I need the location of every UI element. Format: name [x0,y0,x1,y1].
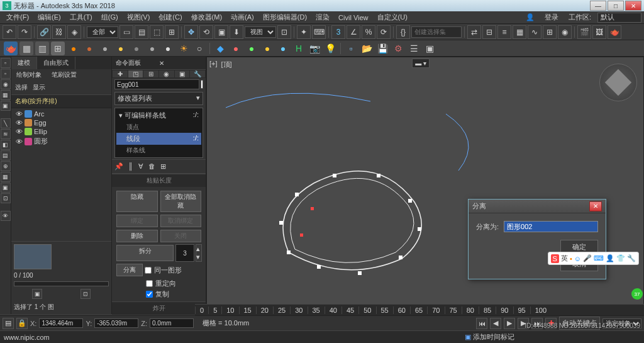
minimize-button[interactable]: — [590,1,606,11]
save-icon[interactable]: 💾 [375,42,389,55]
grid-icon[interactable]: ⊞ [51,42,65,55]
schematic-button[interactable]: ⊞ [543,25,557,39]
hdri-icon[interactable]: H [292,42,306,55]
lsb-14[interactable]: 👁 [1,211,11,221]
swatch[interactable] [14,244,52,269]
cmdtab-utility[interactable]: 🔧 [190,70,205,77]
snap-button[interactable]: 3 [331,25,345,39]
name-column-header[interactable]: 名称(按升序排) [11,94,111,108]
cmdtab-motion[interactable]: ◉ [159,70,174,77]
select-button[interactable]: ▭ [119,25,133,39]
panel-icon[interactable]: ▦ [19,42,33,55]
object-name-input[interactable] [114,79,199,89]
showend-icon[interactable]: ║ [128,162,133,171]
orb7-icon[interactable]: ● [161,42,175,55]
lsb-7[interactable]: ≋ [1,129,11,139]
mod-sub-spline[interactable]: 样条线 [116,145,201,156]
tri-icon[interactable]: ● [245,42,258,55]
spinner[interactable]: ▴▾ [196,244,202,262]
viewport[interactable]: [+][顶] ▬ ▾ 分离✕ 分离为: 确定 取消 [206,57,644,314]
menu-render[interactable]: 渲染 [312,11,333,23]
star-icon[interactable]: ● [260,42,274,55]
orb6-icon[interactable]: ● [145,42,159,55]
percent-snap-button[interactable]: % [362,25,375,39]
render-setup-button[interactable]: 🎬 [577,25,591,39]
close-button[interactable]: ✕ [625,1,641,11]
cam-icon[interactable]: 📷 [308,42,321,55]
mod-sub-segment[interactable]: 线段:/: [116,133,201,145]
lsb-6[interactable]: ╲ [1,118,11,128]
menu-create[interactable]: 创建(C) [155,11,186,23]
lsb-1[interactable]: ▫ [1,58,11,68]
addtime-label[interactable]: 添加时间标记 [473,332,514,342]
color-swatch[interactable] [201,80,203,89]
login-link[interactable]: 登录 [541,11,562,23]
unlink-button[interactable]: ⛓ [52,25,66,39]
reorient-check[interactable] [146,280,153,287]
lb1[interactable]: ▣ [32,289,42,299]
cmdtab-modify[interactable]: ◳ [128,70,143,77]
menu-view[interactable]: 视图(V) [123,11,154,23]
lsb-2[interactable]: ▫ [1,69,11,79]
angle-snap-button[interactable]: ∠ [347,25,360,39]
refcoord-select[interactable]: 视图 [245,26,276,38]
maxscript-button[interactable]: ▤ [3,318,14,329]
orb3-icon[interactable]: ● [98,42,112,55]
panel2-icon[interactable]: ▥ [35,42,49,55]
lsb-3[interactable]: ◉ [1,79,11,89]
detach-button[interactable]: 分离 [116,264,143,276]
light-icon[interactable]: 💡 [323,42,337,55]
open-icon[interactable]: 📂 [360,42,374,55]
split-value[interactable] [175,244,194,262]
play-start[interactable]: ⏮ [476,318,487,329]
lsb-9[interactable]: ▤ [1,150,11,160]
square-icon[interactable]: ◆ [213,42,227,55]
menu-tools[interactable]: 工具(T) [66,11,96,23]
place-button[interactable]: ⬇ [230,25,243,39]
mod-editable-spline[interactable]: ▾ 可编辑样条线:/: [116,110,201,121]
coord-z[interactable] [150,318,194,328]
notification-badge[interactable]: 37 [631,288,643,300]
workspace-select[interactable] [597,13,641,23]
orb8-icon[interactable]: ○ [192,42,206,55]
ribbon-button[interactable]: ▦ [513,25,526,39]
editset-button[interactable]: {} [396,25,410,39]
orb5-icon[interactable]: ● [130,42,143,55]
roll-paste-length[interactable]: 粘贴长度 [112,174,206,187]
lb2[interactable]: ⊡ [80,289,91,299]
lsb-5[interactable]: ▣ [1,101,11,111]
bind-button[interactable]: ◈ [67,25,81,39]
lsb-12[interactable]: ▣ [1,183,11,193]
link-button[interactable]: 🔗 [37,25,51,39]
scale-button[interactable]: ▣ [214,25,228,39]
maximize-button[interactable]: □ [608,1,624,11]
move-button[interactable]: ✥ [184,25,198,39]
sun-icon[interactable]: ☀ [177,42,191,55]
align-button[interactable]: ⊟ [482,25,496,39]
menu-customize[interactable]: 自定义(U) [374,11,411,23]
tree-item[interactable]: 👁Arc [14,110,109,118]
prev-icon[interactable]: ▣ [423,42,436,55]
filter-select[interactable]: 全部 [87,26,118,38]
list-icon[interactable]: ☰ [407,42,421,55]
render-button[interactable]: 🫖 [608,25,621,39]
keyboard-button[interactable]: ⌨ [312,25,326,39]
lsb-4[interactable]: ▦ [1,90,11,100]
menu-modifier[interactable]: 修改器(M) [187,11,226,23]
window-button[interactable]: ⊞ [165,25,179,39]
tree-item[interactable]: 👁圆形 [14,136,109,147]
delete-button[interactable]: 删除 [116,230,158,242]
menu-animation[interactable]: 动画(A) [227,11,258,23]
teapot-icon[interactable]: 🫖 [4,42,18,55]
ime-toolbar[interactable]: S 英 •☺🎤⌨👤👕🔧 [548,252,639,265]
modifier-dropdown[interactable]: 修改器列表▾ [114,92,203,105]
play-prev[interactable]: ◀ [490,318,501,329]
select-name-button[interactable]: ▤ [135,25,148,39]
coord-y[interactable] [94,318,138,328]
orb2-icon[interactable]: ● [82,42,96,55]
layer-button[interactable]: ≡ [497,25,511,39]
subtab-brush[interactable]: 笔刷设置 [47,69,82,81]
cmd-close[interactable]: ✕ [159,60,203,67]
gear-icon[interactable]: ⚙ [391,42,405,55]
tab-freeform[interactable]: 自由形式 [37,57,75,69]
